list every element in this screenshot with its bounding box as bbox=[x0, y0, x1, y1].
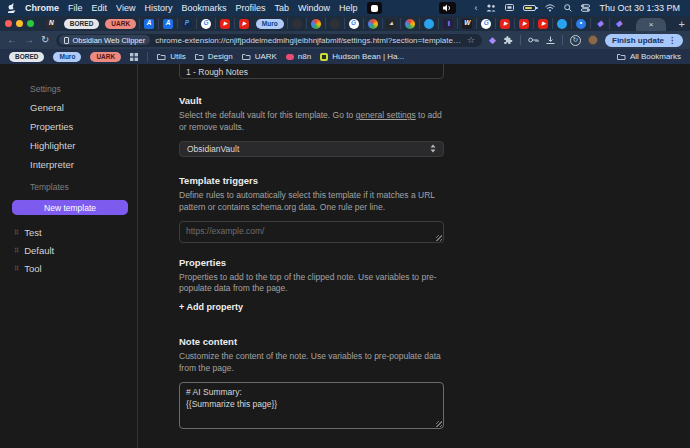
drag-handle-icon[interactable]: ⠿ bbox=[14, 247, 19, 255]
browser-menu-dots-icon[interactable]: ⋮ bbox=[668, 36, 676, 45]
tab-group-chip-muro[interactable]: Muro bbox=[256, 19, 284, 29]
vault-select[interactable]: ObsidianVault bbox=[179, 141, 444, 157]
drag-handle-icon[interactable]: ⠿ bbox=[14, 265, 19, 273]
back-icon[interactable]: ← bbox=[7, 35, 17, 45]
pinned-tab[interactable]: P bbox=[177, 18, 196, 29]
sidebar-item-interpreter[interactable]: Interpreter bbox=[30, 159, 127, 170]
sidebar-item-general[interactable]: General bbox=[30, 102, 127, 113]
menubar-item-bookmarks[interactable]: Bookmarks bbox=[181, 3, 226, 13]
template-item-tool[interactable]: ⠿ Tool bbox=[14, 263, 127, 274]
bookmark-folder-utils[interactable]: Utils bbox=[157, 52, 186, 61]
general-settings-link[interactable]: general settings bbox=[356, 110, 416, 120]
menubar-item-file[interactable]: File bbox=[68, 3, 83, 13]
extension-name-chip[interactable]: Obsidian Web Clipper bbox=[59, 35, 150, 45]
downloads-icon[interactable] bbox=[546, 36, 555, 45]
menubar-item-tab[interactable]: Tab bbox=[274, 3, 289, 13]
template-item-default[interactable]: ⠿ Default bbox=[14, 245, 127, 256]
chevron-left-icon[interactable]: ‹ bbox=[474, 3, 477, 13]
menubar-item-view[interactable]: View bbox=[116, 3, 135, 13]
profile-avatar[interactable] bbox=[588, 35, 598, 45]
control-center-icon[interactable] bbox=[581, 4, 590, 12]
extensions-puzzle-icon[interactable] bbox=[503, 35, 513, 45]
menubar-item-history[interactable]: History bbox=[144, 3, 172, 13]
drag-handle-icon[interactable]: ⠿ bbox=[14, 229, 19, 237]
sidebar-item-properties[interactable]: Properties bbox=[30, 121, 127, 132]
minimize-window-button[interactable] bbox=[16, 20, 23, 27]
pinned-tab[interactable] bbox=[552, 18, 571, 29]
pinned-tab[interactable] bbox=[306, 18, 325, 29]
pinned-tab-wikipedia[interactable]: W bbox=[457, 18, 476, 29]
close-tab-icon[interactable]: × bbox=[649, 20, 654, 29]
bookmark-hudson-bean[interactable]: Hudson Bean | Ha... bbox=[320, 52, 404, 61]
wifi-icon[interactable] bbox=[545, 4, 555, 12]
volume-menu-icon[interactable] bbox=[439, 2, 456, 14]
tab-group-chip-uark[interactable]: UARK bbox=[105, 19, 136, 29]
all-bookmarks-button[interactable]: All Bookmarks bbox=[617, 52, 681, 61]
bookmark-group-uark[interactable]: UARK bbox=[90, 52, 121, 62]
pinned-tab-obsidian[interactable]: ◆ bbox=[609, 18, 628, 29]
pinned-tab-youtube[interactable]: ▶ bbox=[495, 18, 514, 29]
bookmark-folder-design[interactable]: Design bbox=[195, 52, 233, 61]
note-content-textarea[interactable]: # AI Summary: {{Summarize this page}} bbox=[179, 382, 444, 429]
spotlight-search-icon[interactable] bbox=[564, 4, 572, 12]
zoom-window-button[interactable] bbox=[27, 20, 34, 27]
pinned-tab[interactable]: ▴ bbox=[382, 18, 401, 29]
reload-icon[interactable]: ↻ bbox=[41, 35, 49, 45]
battery-icon[interactable] bbox=[523, 5, 536, 11]
pinned-tab-obsidian[interactable]: ◆ bbox=[590, 18, 609, 29]
pinned-tab[interactable]: A bbox=[158, 18, 177, 29]
folder-icon bbox=[242, 53, 251, 60]
pinned-tab-google[interactable]: G bbox=[196, 18, 215, 29]
sidebar-item-highlighter[interactable]: Highlighter bbox=[30, 140, 127, 151]
pinned-tab[interactable] bbox=[325, 18, 344, 29]
pinned-tab-google[interactable]: G bbox=[476, 18, 495, 29]
menubar-item-chrome[interactable]: Chrome bbox=[25, 3, 59, 13]
active-tab[interactable]: × bbox=[636, 18, 667, 31]
bookmark-folder-uark[interactable]: UARK bbox=[242, 52, 277, 61]
address-bar[interactable]: Obsidian Web Clipper chrome-extension://… bbox=[56, 34, 482, 47]
screen-record-indicator-icon[interactable] bbox=[367, 2, 382, 14]
new-template-button[interactable]: New template bbox=[12, 200, 128, 215]
bookmark-label: Hudson Bean | Ha... bbox=[332, 52, 404, 61]
pinned-tab[interactable]: ||| bbox=[438, 18, 457, 29]
shortcuts-menu-icon[interactable] bbox=[486, 4, 496, 12]
template-triggers-textarea[interactable] bbox=[179, 221, 444, 243]
bookmark-group-bored[interactable]: BORED bbox=[9, 52, 44, 62]
template-name-input[interactable] bbox=[179, 64, 444, 79]
bookmark-n8n[interactable]: n8n bbox=[286, 52, 311, 61]
pinned-tab[interactable]: • bbox=[571, 18, 590, 29]
menubar-item-profiles[interactable]: Profiles bbox=[235, 3, 265, 13]
menubar-item-help[interactable]: Help bbox=[339, 3, 358, 13]
close-window-button[interactable] bbox=[5, 20, 12, 27]
forward-icon[interactable]: → bbox=[24, 35, 34, 45]
pinned-tab[interactable] bbox=[287, 18, 306, 29]
new-tab-button[interactable]: + bbox=[678, 18, 684, 30]
menubar-item-edit[interactable]: Edit bbox=[92, 3, 108, 13]
pinned-tab[interactable]: A bbox=[139, 18, 158, 29]
pinned-tab-youtube[interactable]: ▶ bbox=[215, 18, 234, 29]
pinned-tab[interactable] bbox=[363, 18, 382, 29]
tab-groups-grid-icon[interactable] bbox=[130, 53, 138, 61]
pinned-tab-google[interactable]: G bbox=[344, 18, 363, 29]
menubar-clock[interactable]: Thu Oct 30 1:33 PM bbox=[599, 3, 680, 13]
display-menu-icon[interactable] bbox=[505, 4, 514, 12]
pinned-tab-youtube[interactable]: ▶ bbox=[234, 18, 253, 29]
pinned-tab-youtube[interactable]: ▶ bbox=[514, 18, 533, 29]
chrome-tab-strip: N BORED UARK A A P G ▶ ▶ Muro G ▴ ||| W … bbox=[0, 16, 690, 31]
pinned-tab[interactable] bbox=[419, 18, 438, 29]
apple-menu-icon[interactable] bbox=[8, 3, 16, 13]
bookmark-star-icon[interactable]: ☆ bbox=[467, 35, 475, 45]
password-key-icon[interactable] bbox=[528, 36, 539, 44]
bookmark-group-muro[interactable]: Muro bbox=[53, 52, 81, 62]
pinned-tab-youtube[interactable]: ▶ bbox=[533, 18, 552, 29]
menubar-item-window[interactable]: Window bbox=[298, 3, 330, 13]
tab-group-chip-bored[interactable]: BORED bbox=[64, 19, 99, 29]
pinned-tab[interactable] bbox=[400, 18, 419, 29]
template-item-test[interactable]: ⠿ Test bbox=[14, 227, 127, 238]
url-text[interactable]: chrome-extension://cnjifjpddelmedmihgije… bbox=[155, 36, 462, 45]
obsidian-extension-icon[interactable]: ◆ bbox=[489, 35, 496, 45]
add-property-button[interactable]: + Add property bbox=[179, 302, 243, 312]
finish-update-button[interactable]: Finish update ⋮ bbox=[605, 34, 683, 47]
pinned-tab-notion[interactable]: N bbox=[42, 18, 61, 29]
privacy-badge-icon[interactable]: ↻ bbox=[570, 35, 581, 46]
